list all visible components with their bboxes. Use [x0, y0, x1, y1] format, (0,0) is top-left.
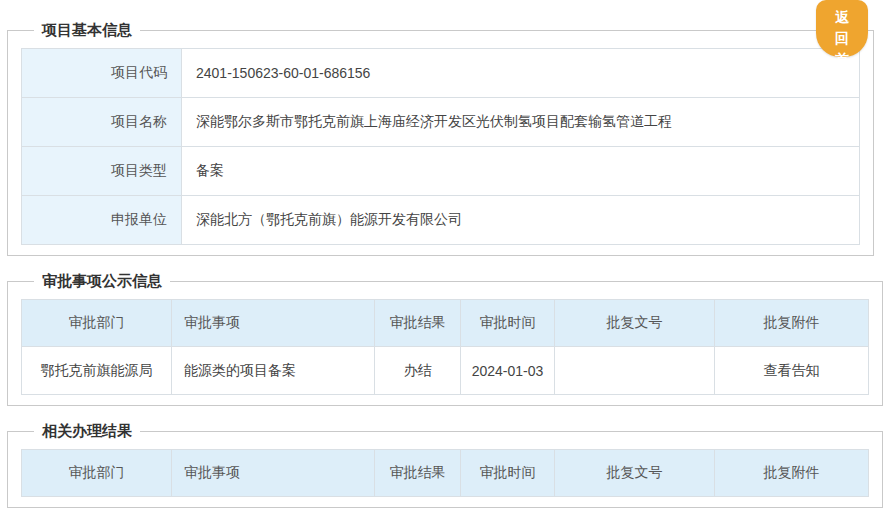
- table-row: 鄂托克前旗能源局 能源类的项目备案 办结 2024-01-03 查看告知: [22, 347, 869, 395]
- cell-approval-dept: 鄂托克前旗能源局: [22, 347, 172, 395]
- project-type-label: 项目类型: [22, 147, 182, 196]
- cell-reply-doc-no: [555, 347, 715, 395]
- approval-table: 审批部门 审批事项 审批结果 审批时间 批复文号 批复附件 鄂托克前旗能源局 能…: [21, 299, 869, 395]
- cell-approval-result: 办结: [375, 347, 461, 395]
- section-related-results-title: 相关办理结果: [34, 422, 140, 441]
- header-reply-doc-no: 批复文号: [555, 300, 715, 347]
- header-approval-result: 审批结果: [375, 300, 461, 347]
- section-approval-public: 审批事项公示信息 审批部门 审批事项 审批结果 审批时间 批复文号 批复附件 鄂…: [7, 272, 883, 406]
- project-name-label: 项目名称: [22, 98, 182, 147]
- table-row: 项目类型 备案: [22, 147, 860, 196]
- cell-approval-item: 能源类的项目备案: [172, 347, 375, 395]
- table-row: 项目名称 深能鄂尔多斯市鄂托克前旗上海庙经济开发区光伏制氢项目配套输氢管道工程: [22, 98, 860, 147]
- header-approval-dept: 审批部门: [22, 300, 172, 347]
- project-code-value: 2401-150623-60-01-686156: [182, 49, 860, 98]
- project-code-label: 项目代码: [22, 49, 182, 98]
- header-approval-item: 审批事项: [172, 300, 375, 347]
- return-home-button[interactable]: 返回首页: [816, 0, 868, 57]
- section-basic-info-title: 项目基本信息: [34, 21, 140, 40]
- applicant-unit-value: 深能北方（鄂托克前旗）能源开发有限公司: [182, 196, 860, 245]
- section-related-results: 相关办理结果 审批部门 审批事项 审批结果 审批时间 批复文号 批复附件: [7, 422, 883, 508]
- header-reply-doc-no: 批复文号: [555, 450, 715, 497]
- results-table: 审批部门 审批事项 审批结果 审批时间 批复文号 批复附件: [21, 449, 869, 497]
- header-approval-result: 审批结果: [375, 450, 461, 497]
- view-notice-link[interactable]: 查看告知: [715, 347, 869, 395]
- header-approval-dept: 审批部门: [22, 450, 172, 497]
- header-approval-time: 审批时间: [461, 450, 555, 497]
- header-reply-attachment: 批复附件: [715, 450, 869, 497]
- table-header-row: 审批部门 审批事项 审批结果 审批时间 批复文号 批复附件: [22, 300, 869, 347]
- section-approval-public-title: 审批事项公示信息: [34, 272, 170, 291]
- header-approval-item: 审批事项: [172, 450, 375, 497]
- header-approval-time: 审批时间: [461, 300, 555, 347]
- project-name-value: 深能鄂尔多斯市鄂托克前旗上海庙经济开发区光伏制氢项目配套输氢管道工程: [182, 98, 860, 147]
- section-basic-info: 项目基本信息 项目代码 2401-150623-60-01-686156 项目名…: [7, 21, 874, 256]
- basic-info-table: 项目代码 2401-150623-60-01-686156 项目名称 深能鄂尔多…: [21, 48, 860, 245]
- page: 返回首页 项目基本信息 项目代码 2401-150623-60-01-68615…: [0, 0, 887, 508]
- table-row: 申报单位 深能北方（鄂托克前旗）能源开发有限公司: [22, 196, 860, 245]
- project-type-value: 备案: [182, 147, 860, 196]
- cell-approval-time: 2024-01-03: [461, 347, 555, 395]
- applicant-unit-label: 申报单位: [22, 196, 182, 245]
- header-reply-attachment: 批复附件: [715, 300, 869, 347]
- table-header-row: 审批部门 审批事项 审批结果 审批时间 批复文号 批复附件: [22, 450, 869, 497]
- table-row: 项目代码 2401-150623-60-01-686156: [22, 49, 860, 98]
